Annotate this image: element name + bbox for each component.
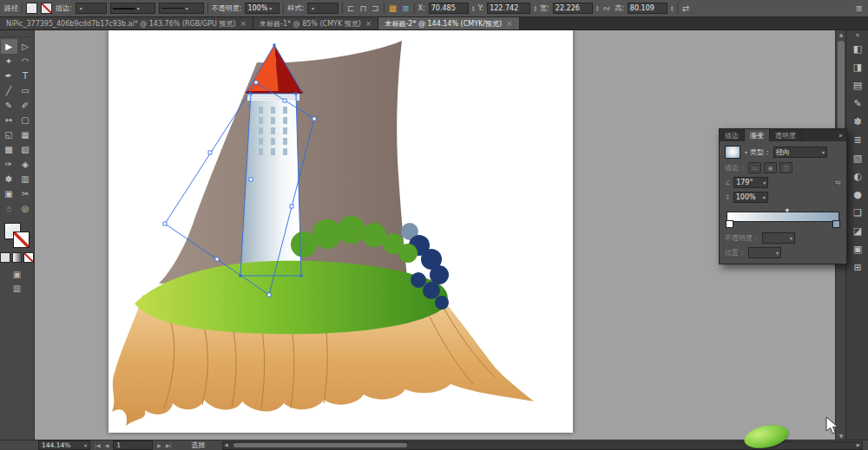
layers-panel-icon[interactable]: ◪ [847, 222, 868, 240]
artboard[interactable] [108, 30, 573, 433]
transparency-panel-icon[interactable]: ◐ [847, 167, 868, 186]
color-panel-icon[interactable]: ◧ [847, 40, 868, 58]
height-field[interactable]: 80.109 [628, 3, 667, 14]
swatches-panel-icon[interactable]: ▤ [847, 76, 868, 95]
hand-tool[interactable]: ☝ [1, 201, 17, 216]
gradient-preview-swatch[interactable] [725, 146, 740, 159]
tab-stroke[interactable]: 描边 [720, 129, 745, 141]
document-tab-2[interactable]: 未标题-1* @ 85% (CMYK 预览) × [253, 17, 378, 29]
first-artboard-button[interactable]: |◀ [95, 442, 101, 448]
canvas-pasteboard[interactable] [35, 29, 835, 440]
eyedropper-tool[interactable]: ✑ [1, 157, 17, 172]
stroke-swatch[interactable] [13, 232, 30, 248]
stop-location-field[interactable]: ▾ [748, 247, 781, 258]
document-tab-1[interactable]: NiPic_377395_406b9cdd7b17c93b.ai* @ 143.… [0, 17, 253, 29]
color-guide-panel-icon[interactable]: ◨ [847, 58, 868, 76]
drawing-mode-button[interactable]: ▣ [13, 270, 21, 279]
zoom-tool[interactable]: ◎ [17, 201, 34, 216]
pen-tool[interactable]: ✒ [1, 68, 17, 83]
stroke-weight-select[interactable]: ▾ [76, 3, 107, 14]
mesh-tool[interactable]: ▩ [1, 142, 17, 157]
close-icon[interactable]: × [365, 19, 372, 28]
align-left-icon[interactable]: ⊏ [346, 3, 355, 13]
pencil-tool[interactable]: ✐ [17, 98, 34, 113]
recolor-artwork-icon[interactable]: ▦ [388, 3, 398, 13]
direct-selection-tool[interactable]: ▷ [17, 39, 34, 54]
symbols-panel-icon[interactable]: ✽ [847, 113, 868, 131]
x-field[interactable]: 70.485 [429, 3, 469, 14]
opacity-select[interactable]: 100% ▾ [245, 3, 279, 14]
perspective-grid-tool[interactable]: ▦ [17, 127, 34, 142]
stroke-gradient-across-icon[interactable]: ◫ [779, 162, 792, 173]
artboard-navigation-field[interactable]: 1 [113, 440, 153, 450]
gradient-mode-button[interactable] [12, 252, 23, 263]
constrain-proportions-icon[interactable]: ∾ [602, 3, 611, 13]
gradient-tool[interactable]: ▧ [17, 142, 34, 157]
document-tab-3-active[interactable]: 未标题-2* @ 144.14% (CMYK/预览) × [378, 17, 519, 29]
y-field[interactable]: 122.742 [487, 3, 530, 14]
last-artboard-button[interactable]: ▶| [166, 442, 172, 448]
collapse-panel-icon[interactable]: » [835, 132, 846, 140]
color-mode-button[interactable] [0, 252, 10, 263]
align-right-icon[interactable]: ⊐ [371, 3, 379, 13]
tab-transparency[interactable]: 透明度 [770, 129, 802, 141]
y-stepper[interactable]: ▲▼ [534, 5, 536, 11]
type-tool[interactable]: T [17, 68, 34, 83]
height-stepper[interactable]: ▲▼ [671, 5, 674, 11]
gradient-midpoint-handle[interactable]: ◆ [786, 206, 790, 212]
width-stepper[interactable]: ▲▼ [596, 5, 599, 11]
previous-artboard-button[interactable]: ◀ [105, 442, 109, 448]
column-graph-tool[interactable]: ▥ [17, 172, 34, 186]
gradient-stop-right[interactable] [832, 220, 840, 228]
none-mode-button[interactable] [23, 252, 34, 263]
magic-wand-tool[interactable]: ✦ [1, 54, 17, 68]
gradient-angle-field[interactable]: 179° ▾ [733, 177, 768, 188]
width-profile-select[interactable]: ▾ [110, 3, 155, 14]
toolbar-grip[interactable] [0, 32, 34, 37]
lasso-tool[interactable]: ◠ [17, 54, 34, 68]
slice-tool[interactable]: ✂ [17, 186, 34, 201]
scroll-right-icon[interactable]: ▶ [857, 442, 860, 448]
align-panel-icon[interactable]: ⊞ [847, 258, 868, 277]
fill-color-well[interactable] [26, 3, 37, 14]
blend-tool[interactable]: ◈ [17, 157, 34, 172]
gradient-slider[interactable]: ◆ [727, 212, 839, 222]
chevron-down-icon[interactable]: ▾ [745, 149, 747, 155]
appearance-panel-icon[interactable]: ● [847, 186, 868, 204]
selection-tool[interactable]: ▶ [1, 39, 17, 54]
panel-menu-icon[interactable]: ≣ [855, 3, 864, 13]
reverse-gradient-icon[interactable]: ⇆ [835, 179, 841, 186]
expand-panels-icon[interactable]: « [856, 29, 860, 40]
scroll-left-icon[interactable]: ◀ [225, 442, 228, 448]
align-center-icon[interactable]: ⊓ [359, 3, 368, 13]
vertical-scrollbar-thumb[interactable] [838, 41, 845, 132]
stroke-color-well[interactable] [41, 3, 52, 14]
stroke-gradient-along-icon[interactable]: ◉ [764, 162, 777, 173]
brush-definition-select[interactable]: ▾ [159, 3, 204, 14]
horizontal-scrollbar-thumb[interactable] [233, 443, 407, 447]
artboards-panel-icon[interactable]: ▣ [847, 240, 868, 258]
stop-opacity-field[interactable]: ▾ [762, 232, 795, 244]
isolate-selection-icon[interactable]: ≣ [401, 3, 410, 13]
brushes-panel-icon[interactable]: ✎ [847, 95, 868, 113]
artwork-canvas[interactable] [108, 30, 573, 433]
rectangle-tool[interactable]: ▭ [17, 83, 34, 98]
zoom-level-select[interactable]: 144.14% ▾ [38, 440, 90, 450]
shape-builder-tool[interactable]: ◱ [1, 127, 17, 142]
free-transform-tool[interactable]: ▢ [17, 113, 34, 127]
artboard-tool[interactable]: ▣ [1, 186, 17, 201]
style-select[interactable]: ▾ [307, 3, 339, 14]
graphic-styles-panel-icon[interactable]: ❏ [847, 204, 868, 222]
paintbrush-tool[interactable]: ✎ [1, 98, 17, 113]
stroke-gradient-within-icon[interactable]: ▭ [748, 162, 761, 173]
next-artboard-button[interactable]: ▶ [157, 442, 161, 448]
symbol-sprayer-tool[interactable]: ✽ [1, 172, 17, 186]
stroke-panel-icon[interactable]: ≣ [847, 131, 868, 149]
width-tool[interactable]: ↔ [1, 113, 17, 127]
gradient-stop-left[interactable] [726, 220, 733, 228]
line-segment-tool[interactable]: ╱ [1, 83, 17, 98]
x-stepper[interactable]: ▲▼ [472, 5, 475, 11]
close-icon[interactable]: × [240, 19, 247, 28]
transform-shortcut-icon[interactable]: ⇄ [681, 3, 690, 13]
width-field[interactable]: 22.226 [553, 3, 593, 14]
